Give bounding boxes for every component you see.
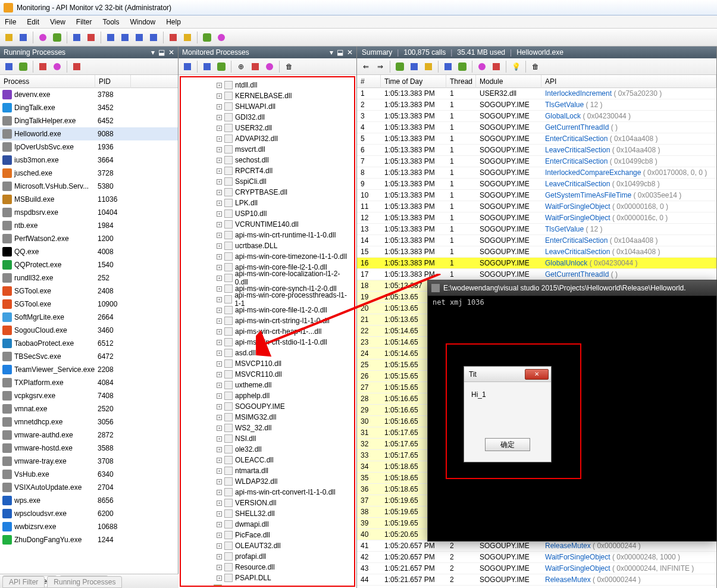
api-row[interactable]: 71:05:13.383 PM1SOGOUPY.IMEEnterCritical…	[357, 156, 716, 167]
module-item[interactable]: +ADVAPI32.dll	[183, 133, 352, 144]
expand-icon[interactable]: +	[217, 372, 222, 377]
process-row[interactable]: PerfWatson2.exe1200	[0, 232, 178, 245]
module-item[interactable]: +apphelp.dll	[183, 390, 352, 401]
expand-icon[interactable]: +	[217, 126, 222, 131]
module-item[interactable]: +OLEACC.dll	[183, 455, 352, 465]
expand-icon[interactable]: +	[217, 415, 222, 420]
pane-close-icon[interactable]: ✕	[347, 48, 353, 57]
module-item[interactable]: +WLDAP32.dll	[183, 476, 352, 487]
sum-trash-icon[interactable]: 🗑	[529, 60, 542, 73]
module-item[interactable]: +ucrtbase.DLL	[183, 240, 352, 251]
col-number[interactable]: #	[357, 75, 381, 88]
menu-edit[interactable]: Edit	[27, 18, 39, 26]
expand-icon[interactable]: +	[217, 479, 222, 484]
module-item[interactable]: +CRYPTBASE.dll	[183, 187, 352, 198]
expand-icon[interactable]: +	[217, 190, 222, 195]
process-row[interactable]: TXPlatform.exe4084	[0, 376, 178, 389]
mon-clear-icon[interactable]	[249, 60, 262, 73]
api-row[interactable]: 161:05:13.383 PM1SOGOUPY.IMEGlobalUnlock…	[357, 258, 716, 269]
expand-icon[interactable]: +	[217, 522, 222, 527]
module-item[interactable]: +PSAPI.DLL	[183, 573, 352, 583]
tb-clear-icon[interactable]	[167, 31, 180, 44]
expand-icon[interactable]: +	[217, 329, 222, 334]
process-list[interactable]: devenv.exe3788DingTalk.exe3452DingTalkHe…	[0, 88, 178, 588]
module-item[interactable]: +MSVCR110.dll	[183, 369, 352, 380]
module-item[interactable]: +KERNELBASE.dll	[183, 90, 352, 101]
process-row[interactable]: vmware-tray.exe3708	[0, 455, 178, 468]
module-item[interactable]: +api-ms-win-crt-stdio-l1-1-0.dll	[183, 337, 352, 348]
sum-grid-icon[interactable]	[393, 60, 406, 73]
api-row[interactable]: 141:05:13.383 PM1SOGOUPY.IMEEnterCritica…	[357, 235, 716, 246]
pane-dropdown-icon[interactable]: ▾	[151, 48, 155, 57]
expand-icon[interactable]: +	[217, 318, 222, 324]
api-row[interactable]: 91:05:13.383 PM1SOGOUPY.IMELeaveCritical…	[357, 179, 716, 190]
api-row[interactable]: 81:05:13.383 PM1SOGOUPY.IMEInterlockedCo…	[357, 167, 716, 179]
api-row[interactable]: 171:05:13.383 PM1SOGOUPY.IMEGetCurrentTh…	[357, 269, 716, 280]
console-titlebar[interactable]: E:\wodewendang\visual studio 2015\Projec…	[428, 280, 716, 296]
pane-close-icon[interactable]: ✕	[168, 48, 174, 57]
module-item[interactable]: +api-ms-win-crt-heap-l1-...dll	[183, 326, 352, 337]
message-box-header[interactable]: Tit ✕	[464, 367, 551, 382]
mon-filter-icon[interactable]	[263, 60, 276, 73]
pane-pin-icon[interactable]: ⬓	[337, 48, 343, 57]
module-item[interactable]: +GDI32.dll	[183, 112, 352, 123]
expand-icon[interactable]: +	[217, 286, 222, 292]
module-item[interactable]: +ntdll.dll	[183, 80, 352, 90]
process-row[interactable]: SGTool.exe10900	[0, 298, 178, 311]
process-row[interactable]: Microsoft.VsHub.Serv...5380	[0, 180, 178, 193]
expand-icon[interactable]: +	[217, 265, 222, 270]
module-item[interactable]: +api-ms-win-core-processthreads-l1-1-1	[183, 294, 352, 305]
process-row[interactable]: TBSecSvc.exe6472	[0, 350, 178, 363]
expand-icon[interactable]: +	[206, 586, 211, 587]
process-row[interactable]: wpscloudsvr.exe6200	[0, 507, 178, 520]
module-item[interactable]: +MSIMG32.dll	[183, 412, 352, 423]
expand-icon[interactable]: +	[217, 361, 222, 367]
module-item[interactable]: +SspiCli.dll	[183, 176, 352, 187]
expand-icon[interactable]: +	[217, 158, 222, 163]
expand-icon[interactable]: +	[217, 447, 222, 452]
tab-api-filter[interactable]: API Filter	[2, 576, 45, 588]
process-row[interactable]: SogouCloud.exe3460	[0, 324, 178, 337]
api-row[interactable]: 421:05:20.657 PM2SOGOUPY.IMEWaitForSingl…	[357, 552, 716, 563]
expand-icon[interactable]: +	[217, 168, 222, 174]
expand-icon[interactable]: +	[217, 565, 222, 570]
module-item[interactable]: +PicFace.dll	[183, 530, 352, 540]
mon-check-icon[interactable]	[215, 60, 228, 73]
process-row[interactable]: SGTool.exe2408	[0, 284, 178, 298]
api-row[interactable]: 41:05:13.383 PM1SOGOUPY.IMEGetCurrentThr…	[357, 122, 716, 133]
process-row[interactable]: devenv.exe3788	[0, 88, 178, 101]
expand-icon[interactable]: +	[217, 436, 222, 442]
menu-filter[interactable]: Filter	[76, 18, 92, 26]
process-row[interactable]: ZhuDongFangYu.exe1244	[0, 533, 178, 546]
tb-filter-icon[interactable]	[201, 31, 214, 44]
sum-clip-icon[interactable]	[490, 60, 503, 73]
expand-icon[interactable]: +	[217, 543, 222, 549]
tb-window1-icon[interactable]	[104, 31, 117, 44]
module-item[interactable]: +profapi.dll	[183, 551, 352, 562]
expand-icon[interactable]: +	[217, 243, 222, 249]
sum-mode-icon[interactable]	[422, 60, 435, 73]
sum-tree-icon[interactable]	[408, 60, 421, 73]
module-item[interactable]: +ole32.dll	[183, 444, 352, 455]
process-row[interactable]: vcpkgsrv.exe7408	[0, 389, 178, 402]
process-row[interactable]: vmware-hostd.exe3588	[0, 442, 178, 455]
col-pid[interactable]: PID	[95, 75, 131, 88]
process-row[interactable]: QQ.exe4008	[0, 245, 178, 258]
process-row[interactable]: rundll32.exe252	[0, 271, 178, 284]
module-item[interactable]: +NSI.dll	[183, 433, 352, 444]
sum-copy-icon[interactable]	[475, 60, 489, 73]
expand-icon[interactable]: +	[217, 115, 222, 120]
ok-button[interactable]: 确定	[485, 438, 530, 451]
expand-icon[interactable]: +	[217, 458, 222, 463]
api-row[interactable]: 11:05:13.383 PM1USER32.dllInterlockedInc…	[357, 88, 716, 99]
expand-icon[interactable]: +	[217, 490, 222, 495]
module-item[interactable]: +SHELL32.dll	[183, 508, 352, 519]
api-row[interactable]: 31:05:13.383 PM1SOGOUPY.IMEGlobalLock ( …	[357, 111, 716, 122]
module-item[interactable]: +dwmapi.dll	[183, 519, 352, 530]
module-item[interactable]: +uxtheme.dll	[183, 380, 352, 390]
expand-icon[interactable]: +	[217, 93, 222, 99]
menu-help[interactable]: Help	[166, 18, 181, 26]
proc-monitor-icon[interactable]	[36, 60, 49, 73]
expand-icon[interactable]: +	[217, 393, 222, 399]
process-row[interactable]: wps.exe8656	[0, 494, 178, 507]
